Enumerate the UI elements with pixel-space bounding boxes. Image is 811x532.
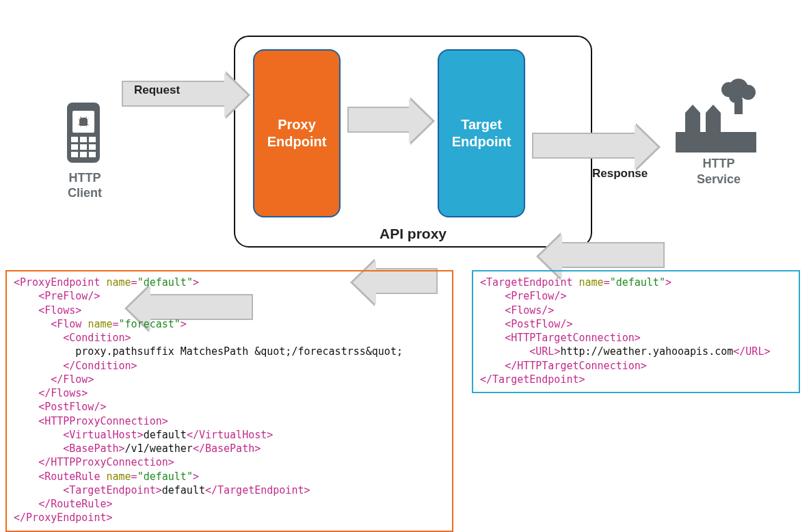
svg-rect-11 — [71, 137, 78, 142]
diagram-canvas: HTTP Client HTTP Service API proxy Proxy… — [0, 0, 811, 532]
svg-point-22 — [741, 85, 756, 100]
svg-marker-29 — [706, 105, 721, 113]
request-label: Request — [134, 83, 180, 97]
target-endpoint-block: Target Endpoint — [438, 49, 525, 217]
target-endpoint-xml: <TargetEndpoint name="default"> <PreFlow… — [472, 270, 800, 393]
svg-rect-15 — [80, 144, 87, 150]
http-client-icon — [63, 103, 104, 170]
svg-rect-27 — [706, 113, 721, 133]
svg-rect-12 — [80, 137, 87, 142]
proxy-endpoint-xml: <ProxyEndpoint name="default"> <PreFlow/… — [5, 270, 453, 532]
http-client-label: HTTP Client — [65, 171, 105, 200]
svg-rect-13 — [89, 137, 96, 142]
svg-rect-25 — [676, 132, 756, 152]
svg-rect-19 — [89, 152, 96, 157]
svg-rect-16 — [89, 144, 96, 150]
svg-rect-26 — [685, 113, 700, 133]
http-service-label: HTTP Service — [691, 156, 746, 187]
svg-marker-28 — [685, 105, 700, 113]
api-proxy-title: API proxy — [380, 226, 447, 242]
arrow-target-to-service — [532, 133, 636, 159]
svg-rect-6 — [88, 119, 90, 124]
svg-rect-24 — [734, 99, 743, 114]
svg-rect-4 — [81, 126, 86, 128]
svg-rect-18 — [80, 152, 87, 157]
svg-rect-14 — [71, 144, 78, 150]
svg-rect-3 — [81, 116, 86, 118]
response-label: Response — [592, 167, 648, 181]
arrow-service-to-target — [561, 242, 665, 268]
svg-rect-5 — [77, 119, 79, 124]
arrow-proxy-to-target-req — [347, 107, 410, 133]
http-service-icon — [676, 79, 761, 157]
proxy-endpoint-block: Proxy Endpoint — [253, 49, 341, 217]
svg-rect-17 — [71, 152, 78, 157]
